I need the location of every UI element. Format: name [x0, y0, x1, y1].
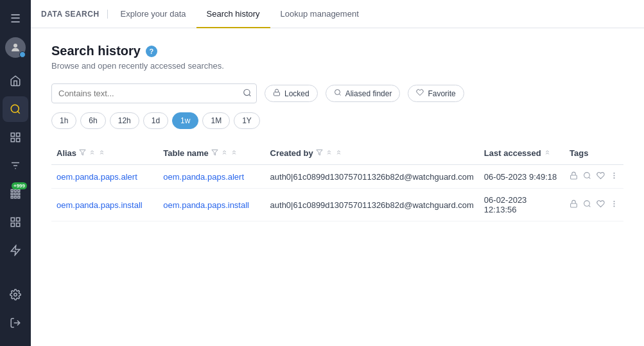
- row2-search-action[interactable]: [583, 200, 591, 210]
- svg-rect-21: [11, 223, 14, 227]
- locked-filter-label: Locked: [284, 89, 309, 98]
- sidebar: ☰ +999: [0, 0, 31, 346]
- svg-line-36: [589, 177, 590, 178]
- table-header-row: Alias: [51, 142, 623, 165]
- svg-rect-11: [15, 189, 17, 191]
- topnav: DATA SEARCH Explore your data Search his…: [31, 0, 644, 28]
- row1-search-action[interactable]: [583, 171, 591, 182]
- col-table-name: Table name: [158, 142, 265, 165]
- help-icon[interactable]: ?: [146, 46, 157, 57]
- main-content: DATA SEARCH Explore your data Search his…: [31, 0, 644, 346]
- page-header: Search history ?: [51, 44, 623, 58]
- favorite-filter-label: Favorite: [428, 89, 455, 98]
- sidebar-item-home[interactable]: [3, 68, 28, 94]
- sidebar-item-modules[interactable]: [3, 209, 28, 235]
- tablename-filter-icon2[interactable]: [221, 148, 228, 158]
- svg-point-0: [13, 44, 17, 48]
- svg-point-39: [614, 178, 614, 178]
- row1-table-link[interactable]: oem.panda.paps.alert: [163, 172, 244, 182]
- alias-sort-icon[interactable]: [98, 148, 105, 158]
- row2-alias: oem.panda.paps.install: [51, 189, 158, 221]
- svg-line-2: [17, 111, 19, 113]
- col-alias-label: Alias: [57, 148, 76, 158]
- time-1h[interactable]: 1h: [51, 112, 76, 129]
- alias-filter-icon[interactable]: [79, 148, 86, 158]
- svg-rect-6: [17, 139, 20, 142]
- avatar[interactable]: [5, 37, 26, 58]
- svg-rect-17: [15, 196, 17, 198]
- time-1d[interactable]: 1d: [143, 112, 168, 129]
- svg-rect-4: [17, 133, 20, 136]
- aliased-filter-btn[interactable]: Aliased finder: [326, 85, 401, 102]
- tablename-filter-icon[interactable]: [211, 148, 218, 158]
- row1-lock-action[interactable]: [570, 171, 578, 182]
- col-created-by-label: Created by: [270, 148, 313, 158]
- sidebar-item-logout[interactable]: [3, 310, 28, 336]
- sidebar-item-search[interactable]: [3, 96, 28, 122]
- topnav-tabs: Explore your data Search history Lookup …: [110, 0, 369, 28]
- search-icon[interactable]: [243, 88, 252, 99]
- lastaccessed-sort-icon[interactable]: [544, 148, 551, 158]
- row1-created-by: auth0|61c0899d130757011326b82d@watchguar…: [265, 165, 479, 189]
- svg-rect-16: [11, 196, 13, 198]
- svg-rect-13: [11, 193, 13, 195]
- search-input[interactable]: [51, 83, 257, 103]
- svg-rect-5: [11, 139, 14, 142]
- tablename-sort-icon[interactable]: [231, 148, 238, 158]
- alias-filter-icon2[interactable]: [89, 148, 96, 158]
- search-row: Locked Aliased finder Favorite: [51, 83, 623, 103]
- favorite-filter-btn[interactable]: Favorite: [408, 85, 464, 102]
- search-history-table: Alias: [51, 142, 623, 221]
- svg-rect-28: [274, 92, 280, 96]
- col-last-accessed: Last accessed: [479, 142, 564, 165]
- sidebar-item-lightning[interactable]: [3, 238, 28, 263]
- locked-filter-btn[interactable]: Locked: [265, 85, 318, 102]
- svg-point-38: [614, 175, 614, 176]
- row2-lock-action[interactable]: [570, 200, 578, 210]
- svg-rect-22: [17, 223, 20, 227]
- row2-actions: [564, 189, 623, 221]
- row2-alias-link[interactable]: oem.panda.paps.install: [57, 200, 143, 210]
- sidebar-item-settings[interactable]: [3, 282, 28, 307]
- row1-alias: oem.panda.paps.alert: [51, 165, 158, 189]
- svg-rect-20: [17, 218, 20, 221]
- row2-favorite-action[interactable]: [596, 200, 605, 210]
- row2-last-accessed: 06-02-2023 12:13:56: [479, 189, 564, 221]
- createdby-filter-icon2[interactable]: [326, 148, 333, 158]
- time-1w[interactable]: 1w: [172, 112, 198, 129]
- svg-point-1: [11, 105, 19, 112]
- createdby-sort-icon[interactable]: [335, 148, 342, 158]
- row2-table-link[interactable]: oem.panda.paps.install: [163, 200, 249, 210]
- svg-point-41: [584, 201, 590, 207]
- col-alias: Alias: [51, 142, 158, 165]
- page-content: Search history ? Browse and open recentl…: [31, 28, 644, 346]
- time-12h[interactable]: 12h: [110, 112, 139, 129]
- createdby-filter-icon[interactable]: [316, 148, 323, 158]
- row1-more-action[interactable]: [610, 171, 618, 182]
- row1-favorite-action[interactable]: [596, 171, 605, 182]
- col-tags-label: Tags: [570, 148, 588, 158]
- aliased-icon: [334, 89, 342, 98]
- tab-search-history[interactable]: Search history: [196, 1, 270, 28]
- svg-point-35: [584, 173, 590, 178]
- menu-icon[interactable]: ☰: [0, 5, 31, 32]
- time-1M[interactable]: 1M: [202, 112, 230, 129]
- row1-alias-link[interactable]: oem.panda.paps.alert: [57, 172, 137, 182]
- svg-rect-3: [11, 133, 14, 136]
- tab-lookup[interactable]: Lookup management: [270, 1, 369, 28]
- svg-marker-31: [80, 150, 85, 155]
- svg-point-43: [614, 201, 614, 202]
- svg-line-30: [339, 94, 340, 95]
- svg-rect-12: [18, 189, 20, 191]
- row2-more-action[interactable]: [610, 200, 618, 210]
- svg-marker-33: [317, 150, 322, 155]
- sidebar-item-filters[interactable]: [3, 153, 28, 178]
- col-tags: Tags: [564, 142, 623, 165]
- svg-point-45: [614, 206, 614, 207]
- svg-rect-15: [18, 193, 20, 195]
- sidebar-item-analytics[interactable]: [3, 125, 28, 150]
- time-6h[interactable]: 6h: [80, 112, 105, 129]
- time-1Y[interactable]: 1Y: [234, 112, 260, 129]
- sidebar-item-grid[interactable]: +999: [3, 181, 28, 207]
- tab-explore[interactable]: Explore your data: [110, 1, 196, 28]
